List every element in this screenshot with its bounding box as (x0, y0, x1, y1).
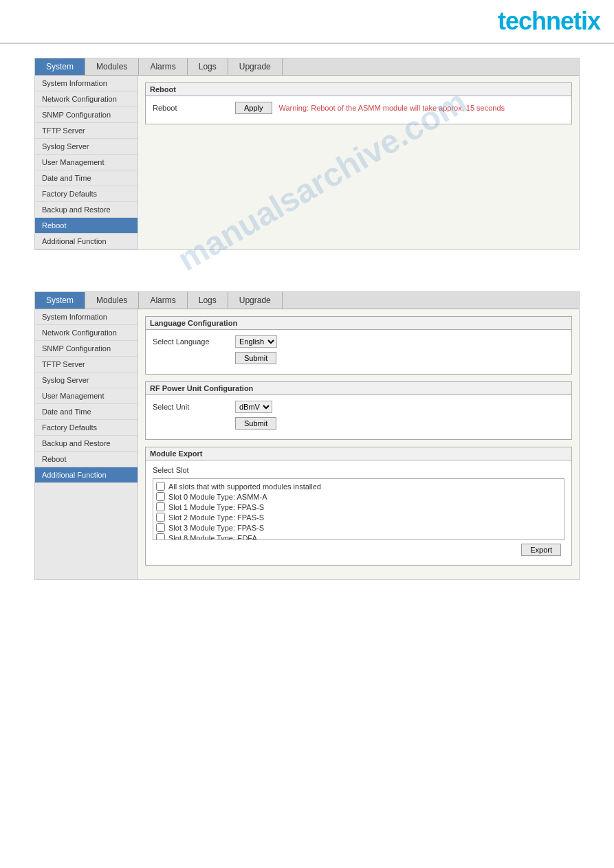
apply-button[interactable]: Apply (235, 102, 272, 114)
list-item: Slot 1 Module Type: FPAS-S (156, 502, 561, 511)
main-content-panel1: Reboot Reboot Apply Warning: Reboot of t… (138, 76, 579, 249)
module-export-content: Select Slot All slots that with supporte… (146, 460, 571, 565)
slot-1-label: Slot 1 Module Type: FPAS-S (168, 503, 264, 511)
slot-all-label: All slots that with supported modules in… (168, 482, 321, 491)
language-label: Select Language (153, 337, 235, 346)
slot-3-label: Slot 3 Module Type: FPAS-S (168, 524, 264, 532)
slot-2-label: Slot 2 Module Type: FPAS-S (168, 513, 264, 522)
panel-reboot: System Modules Alarms Logs Upgrade Syste… (34, 58, 580, 250)
export-button[interactable]: Export (521, 544, 561, 556)
slot-list[interactable]: All slots that with supported modules in… (153, 478, 564, 540)
panel2-body: System Information Network Configuration… (35, 309, 579, 579)
tab-upgrade-1[interactable]: Upgrade (228, 58, 283, 75)
language-section-content: Select Language English Submit (146, 330, 571, 374)
language-row: Select Language English (153, 335, 564, 348)
select-slot-label: Select Slot (153, 466, 235, 474)
slot-3-checkbox[interactable] (156, 523, 165, 532)
sidebar-item-syslog-1[interactable]: Syslog Server (35, 139, 138, 155)
reboot-section-title: Reboot (146, 83, 571, 96)
module-export-section-title: Module Export (146, 447, 571, 460)
language-submit-row: Submit (153, 352, 564, 364)
rf-section-title: RF Power Unit Configuration (146, 382, 571, 395)
select-slot-row: Select Slot (153, 466, 564, 474)
panel-additional: System Modules Alarms Logs Upgrade Syste… (34, 291, 580, 580)
language-submit-button[interactable]: Submit (235, 352, 276, 364)
tab-logs-2[interactable]: Logs (188, 292, 228, 309)
sidebar-item-reboot-2[interactable]: Reboot (35, 452, 138, 467)
tab-upgrade-2[interactable]: Upgrade (228, 292, 283, 309)
sidebar-item-system-info-2[interactable]: System Information (35, 309, 138, 325)
page-header: technetix (0, 0, 614, 44)
slot-8-label: Slot 8 Module Type: EDFA (168, 534, 257, 541)
list-item: Slot 3 Module Type: FPAS-S (156, 523, 561, 532)
nav-tabs-panel1: System Modules Alarms Logs Upgrade (35, 58, 579, 76)
sidebar-item-additional-1[interactable]: Additional Function (35, 234, 138, 249)
sidebar-item-additional-2[interactable]: Additional Function (35, 467, 138, 483)
reboot-label: Reboot (153, 104, 235, 112)
tab-system-2[interactable]: System (35, 292, 85, 309)
nav-tabs-panel2: System Modules Alarms Logs Upgrade (35, 292, 579, 309)
rf-submit-button[interactable]: Submit (235, 417, 276, 430)
sidebar-item-snmp-1[interactable]: SNMP Configuration (35, 107, 138, 123)
language-section: Language Configuration Select Language E… (145, 316, 572, 375)
reboot-section-content: Reboot Apply Warning: Reboot of the ASMM… (146, 96, 571, 124)
rf-select[interactable]: dBmV dBm dBuV (235, 401, 272, 413)
sidebar-item-backup-1[interactable]: Backup and Restore (35, 202, 138, 218)
list-item: All slots that with supported modules in… (156, 482, 561, 491)
slot-1-checkbox[interactable] (156, 502, 165, 511)
sidebar-item-datetime-1[interactable]: Date and Time (35, 170, 138, 186)
sidebar-item-network-1[interactable]: Network Configuration (35, 91, 138, 107)
sidebar-item-snmp-2[interactable]: SNMP Configuration (35, 341, 138, 357)
reboot-section: Reboot Reboot Apply Warning: Reboot of t… (145, 82, 572, 124)
sidebar-item-backup-2[interactable]: Backup and Restore (35, 436, 138, 452)
sidebar-item-network-2[interactable]: Network Configuration (35, 325, 138, 341)
slot-8-checkbox[interactable] (156, 533, 165, 540)
tab-modules-2[interactable]: Modules (85, 292, 139, 309)
panel1-body: System Information Network Configuration… (35, 76, 579, 249)
language-section-title: Language Configuration (146, 317, 571, 330)
tab-alarms-1[interactable]: Alarms (139, 58, 187, 75)
main-content-panel2: Language Configuration Select Language E… (138, 309, 579, 579)
sidebar-item-user-mgmt-1[interactable]: User Management (35, 155, 138, 170)
rf-section: RF Power Unit Configuration Select Unit … (145, 381, 572, 440)
sidebar-item-factory-1[interactable]: Factory Defaults (35, 186, 138, 202)
tab-system-1[interactable]: System (35, 58, 85, 75)
rf-row: Select Unit dBmV dBm dBuV (153, 401, 564, 413)
sidebar-panel2: System Information Network Configuration… (35, 309, 138, 579)
export-row: Export (153, 540, 564, 559)
module-export-section: Module Export Select Slot All slots that… (145, 447, 572, 566)
sidebar-item-tftp-1[interactable]: TFTP Server (35, 123, 138, 139)
tab-alarms-2[interactable]: Alarms (139, 292, 187, 309)
sidebar-panel1: System Information Network Configuration… (35, 76, 138, 249)
tab-modules-1[interactable]: Modules (85, 58, 139, 75)
slot-2-checkbox[interactable] (156, 513, 165, 522)
tab-logs-1[interactable]: Logs (188, 58, 228, 75)
list-item: Slot 8 Module Type: EDFA (156, 533, 561, 540)
language-select[interactable]: English (235, 335, 277, 348)
sidebar-item-reboot-1[interactable]: Reboot (35, 218, 138, 234)
list-item: Slot 0 Module Type: ASMM-A (156, 492, 561, 501)
slot-0-label: Slot 0 Module Type: ASMM-A (168, 493, 267, 501)
slot-0-checkbox[interactable] (156, 492, 165, 501)
sidebar-item-user-mgmt-2[interactable]: User Management (35, 388, 138, 404)
rf-submit-row: Submit (153, 417, 564, 430)
logo: technetix (498, 7, 600, 35)
sidebar-item-factory-2[interactable]: Factory Defaults (35, 420, 138, 436)
sidebar-item-datetime-2[interactable]: Date and Time (35, 404, 138, 420)
reboot-warning: Warning: Reboot of the ASMM module will … (279, 104, 505, 112)
sidebar-item-tftp-2[interactable]: TFTP Server (35, 357, 138, 372)
sidebar-item-system-info-1[interactable]: System Information (35, 76, 138, 91)
sidebar-item-syslog-2[interactable]: Syslog Server (35, 372, 138, 388)
slot-all-checkbox[interactable] (156, 482, 165, 491)
rf-section-content: Select Unit dBmV dBm dBuV Submit (146, 395, 571, 439)
list-item: Slot 2 Module Type: FPAS-S (156, 513, 561, 522)
rf-label: Select Unit (153, 403, 235, 411)
reboot-row: Reboot Apply Warning: Reboot of the ASMM… (153, 102, 564, 114)
